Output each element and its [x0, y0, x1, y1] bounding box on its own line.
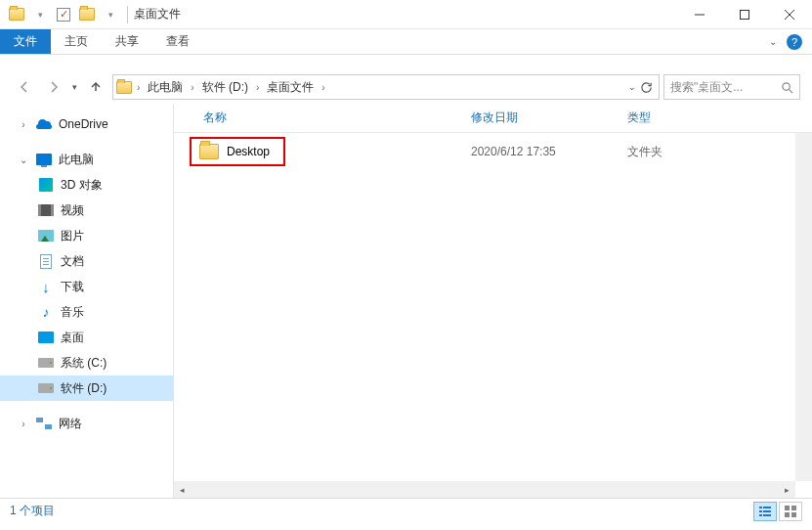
ribbon-expand-icon[interactable]: ⌄: [769, 36, 777, 47]
chevron-down-icon[interactable]: ⌄: [18, 155, 29, 165]
svg-rect-1: [741, 10, 749, 19]
document-icon: [40, 254, 52, 269]
svg-rect-9: [763, 510, 771, 512]
address-bar[interactable]: › 此电脑 › 软件 (D:) › 桌面文件 › ⌄: [112, 74, 660, 100]
tree-pictures[interactable]: 图片: [0, 223, 173, 248]
window-title: 桌面文件: [134, 6, 181, 22]
tree-label: 图片: [61, 228, 84, 244]
tree-downloads[interactable]: ↓ 下载: [0, 274, 173, 299]
svg-rect-12: [785, 506, 790, 510]
address-dropdown-icon[interactable]: ⌄: [628, 82, 636, 92]
refresh-icon[interactable]: [640, 81, 653, 94]
maximize-button[interactable]: [722, 0, 767, 29]
tree-documents[interactable]: 文档: [0, 248, 173, 274]
network-icon: [36, 418, 52, 429]
header-date[interactable]: 修改日期: [467, 110, 623, 126]
pictures-icon: [38, 230, 54, 242]
breadcrumb-folder[interactable]: 桌面文件: [263, 75, 318, 99]
vertical-scrollbar[interactable]: [795, 133, 812, 481]
svg-rect-11: [763, 514, 771, 516]
main-area: › OneDrive ⌄ 此电脑 3D 对象 视频 图片 文档 ↓ 下载: [0, 104, 812, 498]
properties-checkbox-icon[interactable]: ✓: [53, 4, 74, 25]
tab-home[interactable]: 主页: [51, 29, 102, 54]
tree-desktop[interactable]: 桌面: [0, 325, 173, 350]
3d-objects-icon: [39, 178, 53, 192]
header-name[interactable]: 名称: [174, 110, 467, 126]
desktop-icon: [38, 331, 54, 343]
nav-forward-button[interactable]: [41, 74, 66, 100]
tree-music[interactable]: ♪ 音乐: [0, 299, 173, 325]
tree-label: 桌面: [61, 330, 84, 346]
chevron-right-icon[interactable]: ›: [18, 419, 29, 429]
chevron-right-icon[interactable]: ›: [135, 82, 142, 93]
highlighted-item: Desktop: [190, 137, 285, 166]
nav-history-dropdown[interactable]: ▾: [70, 82, 79, 92]
file-name: Desktop: [227, 145, 270, 158]
details-view-button[interactable]: [753, 502, 777, 521]
close-button[interactable]: [767, 0, 812, 29]
tree-videos[interactable]: 视频: [0, 198, 173, 223]
scroll-left-button[interactable]: ◂: [174, 481, 191, 498]
tree-label: OneDrive: [59, 117, 108, 131]
svg-rect-6: [759, 507, 762, 508]
pc-icon: [36, 154, 52, 165]
chevron-right-icon[interactable]: ›: [320, 82, 326, 93]
tree-label: 网络: [59, 416, 82, 432]
tree-label: 文档: [61, 253, 84, 270]
nav-back-button[interactable]: [12, 74, 37, 100]
folder-icon: [6, 4, 27, 25]
tab-file[interactable]: 文件: [0, 29, 51, 54]
file-row[interactable]: Desktop 2020/6/12 17:35 文件夹: [174, 133, 812, 170]
svg-rect-15: [791, 512, 796, 517]
tree-label: 下载: [61, 279, 84, 295]
breadcrumb-pc[interactable]: 此电脑: [144, 75, 187, 99]
tree-drive-d[interactable]: 软件 (D:): [0, 375, 173, 401]
status-bar: 1 个项目: [0, 498, 812, 523]
tree-label: 软件 (D:): [61, 380, 107, 397]
view-mode-buttons: [753, 502, 802, 521]
header-type[interactable]: 类型: [623, 110, 812, 126]
breadcrumb-drive[interactable]: 软件 (D:): [198, 75, 252, 99]
chevron-right-icon[interactable]: ›: [18, 119, 29, 130]
tree-drive-c[interactable]: 系统 (C:): [0, 350, 173, 375]
tree-onedrive[interactable]: › OneDrive: [0, 111, 173, 137]
column-headers: 名称 修改日期 类型: [174, 104, 812, 133]
file-date: 2020/6/12 17:35: [467, 145, 623, 158]
tree-label: 视频: [61, 202, 84, 219]
download-icon: ↓: [37, 278, 55, 295]
tab-share[interactable]: 共享: [102, 29, 152, 54]
horizontal-scrollbar[interactable]: ◂ ▸: [174, 481, 795, 498]
tree-this-pc[interactable]: ⌄ 此电脑: [0, 147, 173, 172]
svg-rect-13: [791, 506, 796, 510]
drive-icon: [38, 358, 54, 368]
search-input[interactable]: 搜索"桌面文...: [663, 74, 800, 100]
svg-rect-8: [759, 510, 762, 512]
tree-label: 此电脑: [59, 152, 94, 168]
nav-up-button[interactable]: [83, 74, 108, 100]
onedrive-icon: [36, 119, 52, 129]
svg-rect-14: [785, 512, 790, 517]
svg-rect-10: [759, 514, 762, 516]
video-icon: [38, 204, 54, 216]
minimize-button[interactable]: [677, 0, 722, 29]
ribbon-tabs: 文件 主页 共享 查看 ⌄ ?: [0, 29, 812, 55]
tree-label: 3D 对象: [61, 177, 103, 194]
svg-line-5: [789, 89, 792, 93]
scroll-right-button[interactable]: ▸: [779, 481, 795, 498]
tree-network[interactable]: › 网络: [0, 411, 173, 436]
icons-view-button[interactable]: [779, 502, 802, 521]
chevron-right-icon[interactable]: ›: [254, 82, 261, 93]
svg-point-4: [783, 82, 790, 89]
music-icon: ♪: [37, 303, 55, 321]
help-icon[interactable]: ?: [787, 34, 802, 50]
status-text: 1 个项目: [10, 503, 55, 519]
qat-dropdown-icon[interactable]: ▾: [100, 4, 121, 25]
tree-3d-objects[interactable]: 3D 对象: [0, 172, 173, 198]
tab-view[interactable]: 查看: [152, 29, 203, 54]
qat-separator: ▾: [29, 4, 51, 25]
folder-icon: [199, 144, 219, 159]
svg-rect-7: [763, 507, 771, 508]
title-bar: ▾ ✓ ▾ 桌面文件: [0, 0, 812, 29]
file-type: 文件夹: [623, 144, 812, 160]
chevron-right-icon[interactable]: ›: [189, 82, 195, 93]
